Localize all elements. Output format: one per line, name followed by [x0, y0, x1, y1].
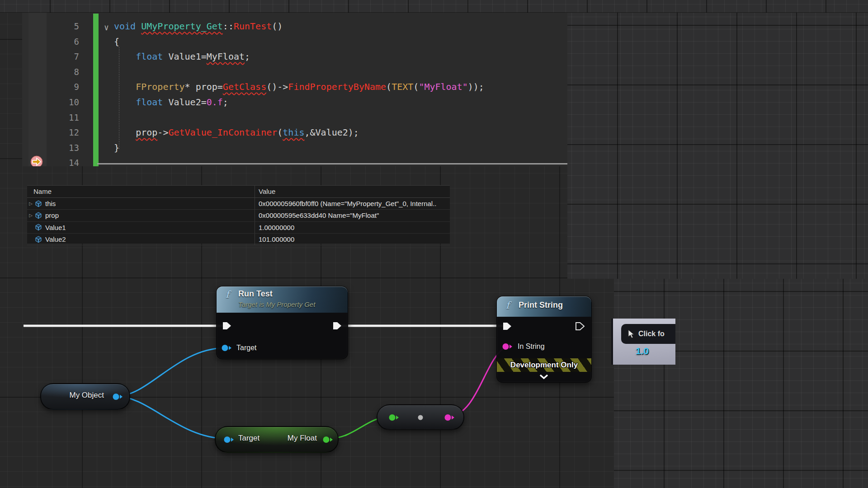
code-token: (	[413, 81, 419, 92]
editor-hscrollbar[interactable]	[97, 163, 567, 164]
code-token: this	[283, 127, 304, 138]
expander-icon[interactable]: ▷	[27, 210, 34, 221]
object-wire-to-getter[interactable]	[116, 396, 227, 439]
variable-icon	[34, 212, 42, 219]
code-token: TEXT	[392, 81, 413, 92]
code-line	[114, 155, 484, 166]
object-wire-to-runtest[interactable]	[116, 348, 224, 396]
node-print-string-header[interactable]: f Print String	[497, 296, 591, 317]
code-line	[114, 110, 484, 126]
node-run-test[interactable]: f Run Test Target is My Property Get Tar…	[216, 286, 348, 359]
exec-out-pin[interactable]	[332, 321, 342, 330]
code-token: prop	[196, 81, 217, 92]
watch-window[interactable]: Name Value ▷this0x000005960fbf0ff0 (Name…	[27, 185, 450, 244]
code-token: ()->	[266, 81, 288, 92]
my-object-output-pin[interactable]	[113, 393, 123, 400]
exec-in-pin[interactable]	[502, 322, 512, 331]
exec-in-pin[interactable]	[222, 321, 232, 330]
watch-header: Name Value	[27, 186, 450, 198]
in-string-pin[interactable]	[502, 343, 513, 350]
function-icon: f	[226, 289, 229, 300]
watch-variable-name: prop	[45, 210, 59, 221]
code-token	[114, 81, 136, 92]
my-float-output-pin[interactable]	[323, 436, 334, 443]
watch-row[interactable]: Value2101.000000	[27, 234, 450, 245]
code-token: {	[114, 36, 119, 47]
code-token: =	[217, 81, 223, 92]
line-number: 13	[47, 141, 79, 156]
code-token: ::	[223, 21, 234, 32]
code-token: ->	[157, 127, 168, 138]
click-for-label: Click fo	[638, 330, 665, 338]
code-line: void UMyProperty_Get::RunTest()	[114, 19, 484, 34]
editor-left-strip	[22, 13, 29, 166]
node-my-object[interactable]: My Object	[40, 383, 130, 410]
debug-value: 1.0	[636, 346, 649, 357]
code-token: Value2	[168, 97, 201, 108]
conversion-out-pin[interactable]	[444, 414, 455, 421]
conversion-dot-icon	[418, 415, 423, 420]
code-token: float	[136, 97, 168, 108]
change-tracking-bar	[93, 14, 99, 166]
code-editor[interactable]: 567891011121314 ∨ void UMyProperty_Get::…	[22, 13, 567, 166]
fold-chevron-icon[interactable]: ∨	[104, 20, 109, 35]
my-object-label: My Object	[69, 391, 104, 400]
code-line: FProperty* prop=GetClass()->FindProperty…	[114, 80, 484, 95]
code-token: );	[348, 127, 359, 138]
code-line: }	[114, 141, 484, 156]
expand-chevron-icon[interactable]	[539, 374, 548, 380]
code-token	[114, 127, 136, 138]
target-pin[interactable]	[222, 344, 232, 352]
in-string-pin-label: In String	[518, 343, 545, 351]
target-pin-label: Target	[236, 344, 256, 352]
node-title: Print String	[519, 300, 563, 310]
code-token: FindPropertyByName	[288, 81, 386, 92]
code-token: RunTest	[234, 21, 272, 32]
expander-icon[interactable]: ▷	[27, 198, 34, 209]
code-line: float Value1=MyFloat;	[114, 49, 484, 65]
cursor-icon	[627, 329, 635, 338]
code-token: ,&	[304, 127, 315, 138]
my-float-label: My Float	[288, 434, 317, 443]
watch-variable-name: Value1	[45, 222, 66, 233]
node-get-my-float[interactable]: Target My Float	[215, 426, 339, 453]
line-number: 10	[47, 95, 79, 110]
node-float-to-string[interactable]	[377, 404, 464, 430]
watch-variable-name: Value2	[45, 234, 66, 245]
variable-icon	[34, 200, 42, 207]
watch-variable-value: 1.00000000	[255, 222, 450, 233]
code-token: ;	[245, 51, 250, 62]
node-run-test-header[interactable]: f Run Test Target is My Property Get	[217, 286, 348, 313]
click-for-details-button[interactable]: Click fo	[621, 324, 675, 344]
code-token: =	[201, 97, 207, 108]
node-print-string[interactable]: f Print String In String Development Onl…	[496, 296, 592, 383]
code-line: {	[114, 34, 484, 50]
watch-variable-value: 101.000000	[255, 234, 450, 245]
conversion-in-pin[interactable]	[389, 414, 400, 421]
code-token: void	[114, 21, 141, 32]
blueprint-canvas[interactable]: 567891011121314 ∨ void UMyProperty_Get::…	[0, 0, 868, 488]
line-number: 8	[47, 65, 79, 80]
line-numbers: 567891011121314	[47, 19, 85, 166]
variable-icon	[34, 224, 42, 231]
code-token: "MyFloat"	[419, 81, 467, 92]
code-token: *	[185, 81, 196, 92]
watch-row[interactable]: ▷prop0x00000595e633dd40 Name="MyFloat"	[27, 210, 450, 221]
code-token: ;	[223, 97, 228, 108]
watch-col-name[interactable]: Name	[27, 186, 255, 197]
code-token: ));	[468, 81, 484, 92]
code-token: GetClass	[223, 81, 266, 92]
line-number: 9	[47, 80, 79, 95]
code-line: prop->GetValue_InContainer(this,&Value2)…	[114, 125, 484, 141]
exec-out-pin[interactable]	[575, 322, 585, 331]
watch-col-value[interactable]: Value	[255, 186, 450, 197]
breakpoint-margin[interactable]	[28, 13, 47, 166]
watch-row[interactable]: ▷this0x000005960fbf0ff0 (Name="MyPropert…	[27, 198, 450, 210]
code-line	[114, 65, 484, 80]
watch-row[interactable]: Value11.00000000	[27, 222, 450, 234]
line-number: 12	[47, 125, 79, 141]
watch-variable-value: 0x000005960fbf0ff0 (Name="MyProperty_Get…	[255, 198, 450, 209]
getter-target-pin[interactable]	[224, 436, 235, 443]
code-token	[114, 97, 136, 108]
variable-icon	[34, 236, 42, 243]
